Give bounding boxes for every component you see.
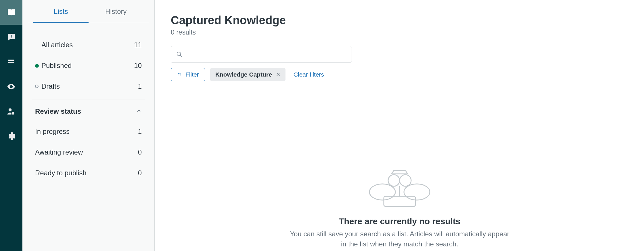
tab-lists[interactable]: Lists <box>33 0 89 23</box>
filter-chip-label: Knowledge Capture <box>215 71 272 78</box>
sidebar-item-in-progress[interactable]: In progress 1 <box>31 121 146 142</box>
filter-chip-knowledge-capture[interactable]: Knowledge Capture ✕ <box>210 68 285 81</box>
user-lock-icon <box>7 107 16 116</box>
sidebar-item-label: In progress <box>35 128 138 136</box>
alert-bubble-icon <box>7 33 16 42</box>
svg-rect-0 <box>8 60 14 61</box>
tab-history[interactable]: History <box>89 0 144 23</box>
nav-rail <box>0 0 22 251</box>
status-dot-published <box>35 64 39 68</box>
filter-row: Filter Knowledge Capture ✕ Clear filters <box>171 68 628 81</box>
search-icon <box>176 51 183 58</box>
clear-filters-link[interactable]: Clear filters <box>294 71 324 78</box>
rail-item-lists[interactable] <box>0 50 22 74</box>
sidebar-item-drafts[interactable]: Drafts 1 <box>31 76 146 97</box>
page-title: Captured Knowledge <box>171 14 628 27</box>
rail-item-permissions[interactable] <box>0 99 22 124</box>
section-header-label: Review status <box>35 107 136 115</box>
empty-illustration-icon <box>367 168 433 211</box>
sidebar-item-label: Published <box>41 62 134 70</box>
svg-point-2 <box>9 108 12 111</box>
svg-rect-8 <box>178 75 180 75</box>
rail-item-views[interactable] <box>0 74 22 99</box>
sidebar-item-count: 0 <box>138 169 142 177</box>
sidebar-item-label: All articles <box>41 41 134 49</box>
svg-line-4 <box>180 55 182 57</box>
svg-point-10 <box>404 184 430 200</box>
sidebar: Lists History All articles 11 Published … <box>22 0 155 251</box>
svg-point-13 <box>400 175 411 186</box>
svg-point-9 <box>369 184 395 200</box>
svg-point-5 <box>178 73 179 74</box>
lines-icon <box>7 57 16 66</box>
status-dot-draft <box>35 85 39 88</box>
main-content: Captured Knowledge 0 results Filter Know… <box>155 0 644 251</box>
rail-item-knowledge[interactable] <box>0 0 22 25</box>
sidebar-item-label: Drafts <box>41 82 138 90</box>
empty-title: There are currently no results <box>339 216 461 226</box>
filter-button-label: Filter <box>185 71 199 78</box>
book-open-icon <box>7 8 16 17</box>
svg-rect-11 <box>384 196 415 206</box>
sidebar-item-published[interactable]: Published 10 <box>31 55 146 76</box>
svg-rect-6 <box>179 73 181 74</box>
gear-icon <box>7 132 16 141</box>
svg-point-7 <box>180 75 181 75</box>
sidebar-item-ready-publish[interactable]: Ready to publish 0 <box>31 163 146 183</box>
sidebar-item-label: Awaiting review <box>35 148 138 156</box>
chevron-up-icon <box>136 107 142 115</box>
sidebar-item-count: 1 <box>138 82 142 90</box>
eye-icon <box>7 82 16 91</box>
sidebar-item-awaiting-review[interactable]: Awaiting review 0 <box>31 142 146 163</box>
chip-remove-icon[interactable]: ✕ <box>276 71 280 78</box>
filter-button[interactable]: Filter <box>171 68 205 81</box>
empty-body: You can still save your search as a list… <box>288 229 512 249</box>
sidebar-item-count: 11 <box>134 41 142 49</box>
rail-item-settings[interactable] <box>0 124 22 149</box>
svg-point-12 <box>388 175 400 186</box>
sliders-icon <box>177 72 182 77</box>
sidebar-tabs: Lists History <box>28 0 149 23</box>
svg-point-3 <box>177 52 181 56</box>
search-input[interactable] <box>187 51 346 58</box>
svg-rect-1 <box>8 62 14 63</box>
sidebar-item-all-articles[interactable]: All articles 11 <box>31 35 146 55</box>
sidebar-item-count: 1 <box>138 128 142 136</box>
sidebar-item-count: 10 <box>134 62 142 70</box>
rail-item-alerts[interactable] <box>0 25 22 50</box>
section-header-review[interactable]: Review status <box>31 100 146 121</box>
sidebar-item-label: Ready to publish <box>35 169 138 177</box>
empty-state: There are currently no results You can s… <box>155 168 644 251</box>
search-box[interactable] <box>171 46 352 63</box>
divider <box>32 100 145 100</box>
result-count: 0 results <box>171 28 628 36</box>
sidebar-item-count: 0 <box>138 148 142 156</box>
